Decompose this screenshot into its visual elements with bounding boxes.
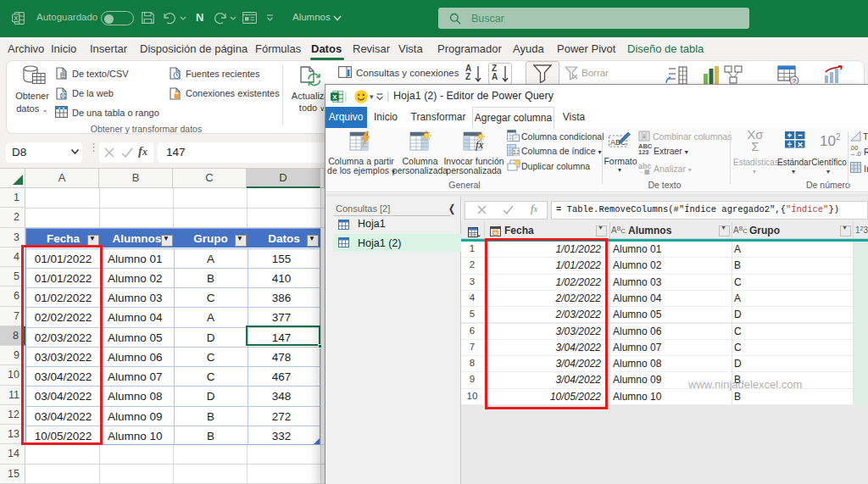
svg-text:X: X: [14, 14, 18, 22]
